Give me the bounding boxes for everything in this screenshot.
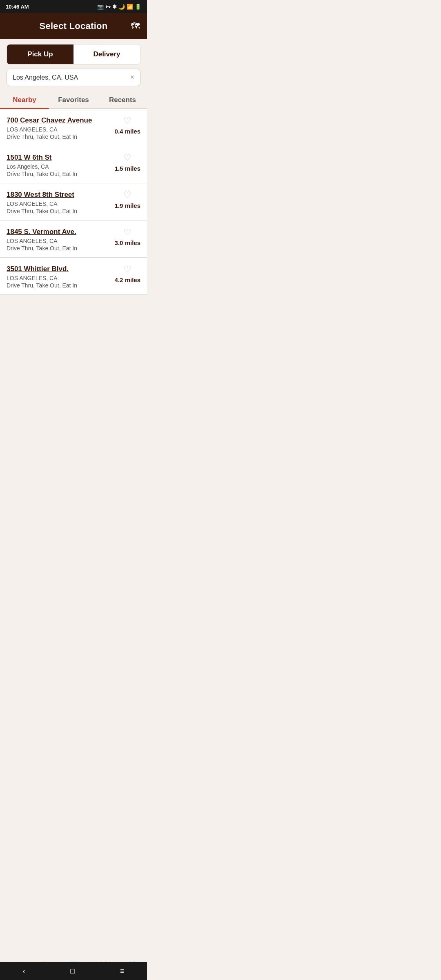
list-item[interactable]: 1501 W 6th St Los Angeles, CA Drive Thru… (0, 146, 147, 183)
location-info: 1830 West 8th Street LOS ANGELES, CA Dri… (7, 191, 115, 214)
location-right: ♡ 0.4 miles (115, 116, 140, 135)
moon-icon: 🌙 (118, 4, 125, 10)
search-bar: × (7, 69, 140, 86)
location-distance: 0.4 miles (115, 128, 140, 135)
page-title: Select Location (39, 21, 107, 31)
status-bar: 10:46 AM 📷 🗝 ✱ 🌙 📶 🔋 (0, 0, 147, 13)
list-item[interactable]: 700 Cesar Chavez Avenue LOS ANGELES, CA … (0, 109, 147, 146)
search-input[interactable] (13, 74, 130, 81)
location-name: 1501 W 6th St (7, 154, 110, 162)
location-name: 1830 West 8th Street (7, 191, 110, 199)
location-city: LOS ANGELES, CA (7, 200, 110, 207)
delivery-button[interactable]: Delivery (74, 45, 140, 64)
location-name: 700 Cesar Chavez Avenue (7, 116, 110, 125)
location-distance: 3.0 miles (115, 239, 140, 246)
tab-recents[interactable]: Recents (98, 92, 147, 108)
location-info: 1845 S. Vermont Ave. LOS ANGELES, CA Dri… (7, 228, 115, 252)
location-distance: 1.5 miles (115, 165, 140, 172)
bluetooth-icon: ✱ (112, 4, 117, 10)
map-icon[interactable]: 🗺 (131, 21, 140, 31)
location-city: LOS ANGELES, CA (7, 275, 110, 281)
location-services: Drive Thru, Take Out, Eat In (7, 208, 110, 214)
location-list: 700 Cesar Chavez Avenue LOS ANGELES, CA … (0, 109, 147, 295)
key-icon: 🗝 (105, 4, 111, 10)
list-item[interactable]: 1845 S. Vermont Ave. LOS ANGELES, CA Dri… (0, 220, 147, 258)
pickup-button[interactable]: Pick Up (7, 45, 74, 64)
favorite-button[interactable]: ♡ (123, 154, 131, 163)
favorite-button[interactable]: ♡ (123, 228, 131, 237)
clear-search-button[interactable]: × (130, 73, 134, 82)
location-distance: 1.9 miles (115, 202, 140, 209)
favorite-button[interactable]: ♡ (123, 265, 131, 274)
location-services: Drive Thru, Take Out, Eat In (7, 282, 110, 289)
location-right: ♡ 1.9 miles (115, 191, 140, 209)
location-info: 1501 W 6th St Los Angeles, CA Drive Thru… (7, 154, 115, 177)
camera-icon: 📷 (97, 4, 104, 10)
list-item[interactable]: 3501 Whittier Blvd. LOS ANGELES, CA Driv… (0, 258, 147, 295)
wifi-icon: 📶 (127, 4, 133, 10)
location-right: ♡ 4.2 miles (115, 265, 140, 283)
location-tabs: Nearby Favorites Recents (0, 92, 147, 109)
location-right: ♡ 1.5 miles (115, 154, 140, 172)
location-name: 1845 S. Vermont Ave. (7, 228, 110, 236)
tab-favorites[interactable]: Favorites (49, 92, 98, 108)
location-right: ♡ 3.0 miles (115, 228, 140, 246)
tab-nearby[interactable]: Nearby (0, 92, 49, 108)
location-services: Drive Thru, Take Out, Eat In (7, 134, 110, 140)
status-time: 10:46 AM (6, 4, 29, 10)
location-info: 700 Cesar Chavez Avenue LOS ANGELES, CA … (7, 116, 115, 140)
header: Select Location 🗺 (0, 13, 147, 39)
favorite-button[interactable]: ♡ (123, 116, 131, 125)
location-city: LOS ANGELES, CA (7, 126, 110, 133)
order-type-toggle: Pick Up Delivery (7, 44, 140, 65)
location-city: LOS ANGELES, CA (7, 238, 110, 244)
location-city: Los Angeles, CA (7, 163, 110, 170)
list-item[interactable]: 1830 West 8th Street LOS ANGELES, CA Dri… (0, 183, 147, 220)
battery-icon: 🔋 (135, 4, 141, 10)
status-icons: 📷 🗝 ✱ 🌙 📶 🔋 (97, 4, 141, 10)
location-services: Drive Thru, Take Out, Eat In (7, 171, 110, 177)
location-distance: 4.2 miles (115, 276, 140, 283)
location-services: Drive Thru, Take Out, Eat In (7, 245, 110, 252)
location-info: 3501 Whittier Blvd. LOS ANGELES, CA Driv… (7, 265, 115, 289)
location-name: 3501 Whittier Blvd. (7, 265, 110, 273)
favorite-button[interactable]: ♡ (123, 191, 131, 200)
